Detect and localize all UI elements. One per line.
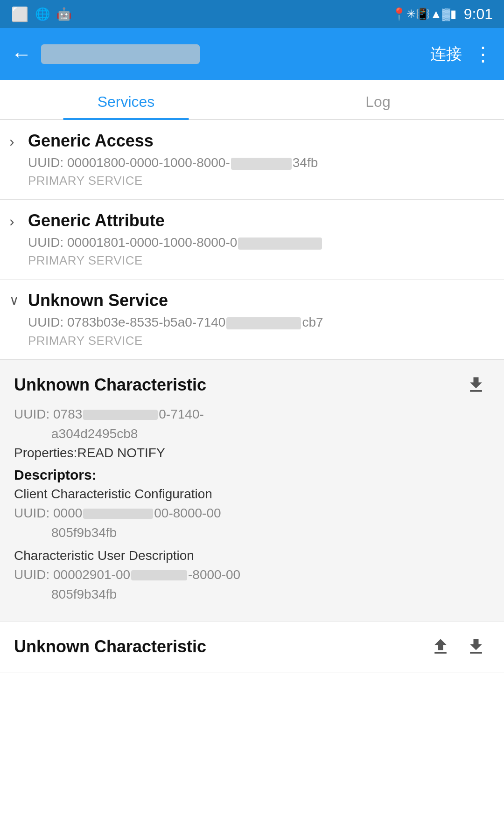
characteristic-uuid: UUID: 07830-7140- a304d2495cb8 [14,405,490,444]
connect-button[interactable]: 连接 [430,43,462,65]
wifi-icon: ▲ [430,7,442,21]
service-type: PRIMARY SERVICE [28,334,490,348]
uuid-blur [131,570,187,580]
uuid-blur [83,509,153,519]
service-info-generic-attribute: Generic Attribute UUID: 00001801-0000-10… [28,211,490,268]
uuid-blur [226,317,301,329]
bottom-characteristic-name: Unknown Characteristic [14,637,206,656]
service-uuid: UUID: 00001801-0000-1000-8000-0 [28,233,490,251]
more-button[interactable]: ⋮ [473,44,493,64]
uuid-blur [83,410,158,420]
service-list: › Generic Access UUID: 00001800-0000-100… [0,120,504,672]
signal-off-icon: ▓ [442,7,450,21]
service-item-generic-attribute[interactable]: › Generic Attribute UUID: 00001801-0000-… [0,200,504,279]
tab-bar: Services Log [0,80,504,120]
download-button[interactable] [462,371,490,399]
vibrate-icon: 📳 [416,7,430,21]
chevron-right-icon: › [9,133,23,150]
characteristic-name: Unknown Characteristic [14,375,206,395]
service-uuid: UUID: 0783b03e-8535-b5a0-7140cb7 [28,313,490,331]
device-name-blur [41,44,200,64]
download-button-2[interactable] [462,633,490,661]
descriptor2-uuid: UUID: 00002901-00-8000-00 805f9b34fb [14,565,490,604]
battery-icon: ▮ [450,7,456,21]
app-bar-actions: 连接 ⋮ [430,43,493,65]
service-type: PRIMARY SERVICE [28,253,490,268]
back-button[interactable]: ← [11,42,32,66]
service-info-unknown-service: Unknown Service UUID: 0783b03e-8535-b5a0… [28,291,490,348]
service-info-generic-access: Generic Access UUID: 00001800-0000-1000-… [28,131,490,188]
uuid-blur [238,237,322,250]
tab-services[interactable]: Services [0,80,252,119]
service-name: Generic Attribute [28,211,490,230]
status-time: 9:01 [464,6,493,23]
upload-button[interactable] [427,633,455,661]
service-item-unknown-service[interactable]: ∨ Unknown Service UUID: 0783b03e-8535-b5… [0,279,504,359]
bluetooth-icon: ✳ [406,7,416,21]
app-icon-circle: 🌐 [35,7,50,21]
download-icon-2 [466,636,486,657]
location-icon: 📍 [392,7,406,21]
chevron-down-icon: ∨ [9,293,23,308]
service-name: Generic Access [28,131,490,151]
characteristic-properties: Properties:READ NOTIFY [14,446,490,461]
service-name: Unknown Service [28,291,490,310]
app-icon-robot: 🤖 [56,7,71,21]
bottom-char-actions [427,633,490,661]
characteristic-section: Unknown Characteristic UUID: 07830-7140-… [0,360,504,622]
uuid-blur [231,158,292,170]
service-uuid: UUID: 00001800-0000-1000-8000-34fb [28,154,490,172]
app-bar: ← 连接 ⋮ [0,28,504,80]
descriptor2-name: Characteristic User Description [14,548,490,563]
descriptor1-name: Client Characteristic Configuration [14,487,490,502]
status-bar: ⬜ 🌐 🤖 📍 ✳ 📳 ▲ ▓ ▮ 9:01 [0,0,504,28]
descriptor1-uuid: UUID: 000000-8000-00 805f9b34fb [14,503,490,543]
bottom-characteristic: Unknown Characteristic [0,622,504,672]
app-bar-title [41,44,430,64]
service-type: PRIMARY SERVICE [28,174,490,188]
descriptors-label: Descriptors: [14,467,490,483]
download-icon [466,375,486,395]
chevron-right-icon: › [9,213,23,230]
upload-icon [430,636,451,657]
app-icon-square: ⬜ [11,6,28,22]
tab-log[interactable]: Log [252,80,504,119]
service-item-generic-access[interactable]: › Generic Access UUID: 00001800-0000-100… [0,120,504,200]
